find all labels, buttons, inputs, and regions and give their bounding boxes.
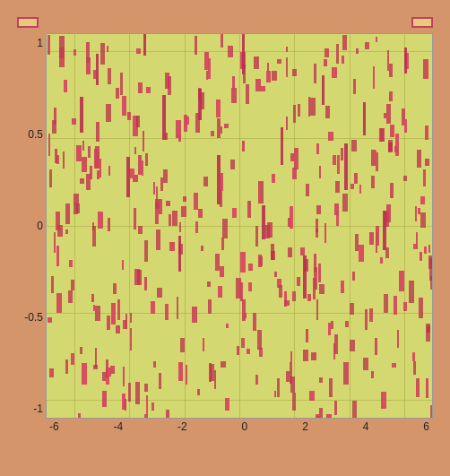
data-mark-prominent [162,95,166,140]
data-mark [136,48,141,54]
data-mark [192,307,196,323]
data-mark [318,264,320,282]
data-mark [226,324,229,328]
data-mark [116,325,120,333]
data-mark [311,352,316,360]
data-mark [222,219,228,238]
data-mark [381,392,386,409]
data-mark [290,376,295,393]
data-mark [342,194,348,212]
data-mark [300,247,306,255]
data-mark [49,169,51,187]
data-mark [242,141,244,151]
chart-right: -6 -4 -2 0 2 4 6 [46,33,433,446]
data-mark [178,134,181,141]
data-mark [331,321,333,329]
v-grid-line [185,34,186,418]
data-mark [363,358,368,370]
data-mark [352,401,357,418]
data-mark [225,398,229,411]
data-mark [122,96,126,117]
header-row [17,17,433,28]
data-mark [65,359,68,374]
data-mark [195,221,198,232]
data-mark [306,329,308,342]
data-mark [325,223,326,243]
data-mark [351,140,357,151]
data-mark [292,393,296,411]
data-mark [369,308,373,322]
data-mark [314,267,317,289]
data-mark [272,174,275,184]
data-mark-prominent [322,75,325,105]
data-mark [230,160,236,169]
data-mark [324,59,327,66]
data-mark-prominent [178,236,181,272]
data-mark [63,151,65,169]
data-mark [394,296,397,315]
data-mark [293,105,295,124]
data-mark [125,314,127,328]
data-mark [388,143,393,152]
data-mark [425,159,429,165]
data-mark [221,34,223,48]
data-mark [204,52,209,69]
data-mark [319,377,323,382]
v-grid-line [294,34,295,418]
data-mark [216,100,221,118]
data-mark [354,173,358,184]
data-mark [424,247,427,254]
data-mark [106,104,111,122]
data-mark [96,122,100,141]
data-mark [130,313,132,323]
data-mark [180,338,185,352]
data-mark-prominent [242,34,245,74]
v-grid-line [129,34,130,418]
data-mark [214,370,216,390]
data-mark-prominent [198,89,202,120]
data-mark [413,361,416,375]
data-mark [271,244,274,260]
data-mark [151,301,155,314]
data-mark [359,185,362,195]
data-mark [379,128,384,142]
data-mark [228,46,232,57]
data-mark-prominent [262,205,265,239]
data-mark [71,280,74,290]
data-mark [341,281,344,293]
data-mark [423,169,426,186]
data-mark [168,76,171,95]
data-mark [384,294,388,312]
data-mark [169,242,175,251]
data-mark [122,260,125,270]
data-mark [59,48,64,67]
data-mark [428,245,430,253]
data-mark [342,35,347,50]
data-mark [394,146,399,152]
data-mark [221,238,224,250]
data-mark [48,317,52,322]
data-mark [419,298,423,318]
data-mark [329,378,333,397]
data-mark [284,300,290,306]
data-mark [373,66,375,89]
data-mark [292,291,296,301]
data-mark [246,84,250,104]
data-mark [350,340,355,351]
data-mark [417,150,421,168]
data-mark [71,353,74,365]
data-mark [146,87,151,92]
data-mark [178,362,183,381]
data-mark [98,212,103,229]
data-mark [55,149,57,164]
data-mark [386,104,391,124]
y-axis: 1 0.5 0 -0.5 -1 [17,38,46,414]
data-mark [420,252,422,261]
data-mark [325,48,329,58]
data-mark [134,147,136,155]
data-mark [288,218,290,226]
data-mark [359,245,363,262]
data-mark [237,346,239,355]
data-mark [68,290,73,303]
data-mark [76,203,81,214]
